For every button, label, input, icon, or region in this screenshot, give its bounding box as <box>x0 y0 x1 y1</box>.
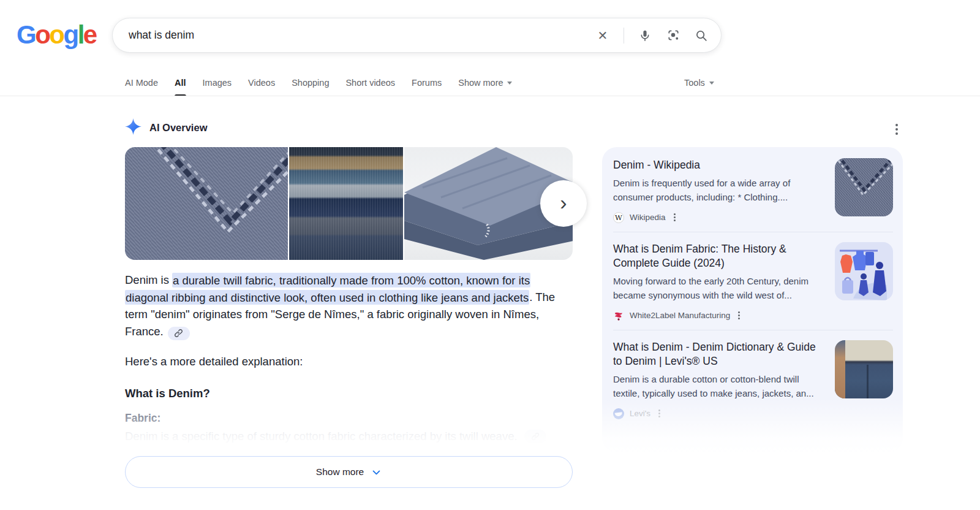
search-bar-divider <box>624 28 624 44</box>
carousel-image-stacked-jeans[interactable] <box>289 147 403 260</box>
tools-button[interactable]: Tools <box>684 69 714 96</box>
link-icon <box>174 329 183 338</box>
carousel-next-button[interactable]: › <box>540 180 587 227</box>
source-name: Levi's <box>630 409 650 418</box>
search-bar[interactable]: ✕ <box>112 18 722 53</box>
related-sources-panel: Denim - Wikipedia Denim is frequently us… <box>602 147 903 452</box>
source-name: Wikipedia <box>630 213 666 222</box>
ai-overview-more-options-icon[interactable] <box>893 121 900 137</box>
ai-overview-image-carousel: › <box>125 147 573 260</box>
tab-shopping[interactable]: Shopping <box>292 69 329 96</box>
ai-overview-title: AI Overview <box>149 122 207 134</box>
card-title[interactable]: What is Denim - Denim Dictionary & Guide… <box>613 340 826 368</box>
card-snippet: Denim is a durable cotton or cotton-blen… <box>613 373 826 400</box>
wikipedia-w-icon: W <box>613 212 624 223</box>
tab-videos[interactable]: Videos <box>248 69 275 96</box>
levis-globe-icon <box>613 408 624 419</box>
card-more-options-icon[interactable] <box>656 407 663 420</box>
carousel-image-denim-pocket[interactable] <box>125 147 288 260</box>
tab-show-more[interactable]: Show more <box>458 69 511 96</box>
ai-overview-header: AI Overview <box>125 118 207 137</box>
card-more-options-icon[interactable] <box>671 211 678 224</box>
search-input[interactable] <box>129 29 595 42</box>
tab-images[interactable]: Images <box>203 69 232 96</box>
clear-search-icon[interactable]: ✕ <box>595 28 610 43</box>
search-result-tabs: AI Mode All Images Videos Shopping Short… <box>125 69 512 96</box>
citation-link-chip[interactable] <box>168 327 190 340</box>
chevron-down-icon <box>507 82 512 85</box>
source-card-wikipedia[interactable]: Denim - Wikipedia Denim is frequently us… <box>602 148 903 232</box>
search-submit-icon[interactable] <box>694 28 709 43</box>
chevron-down-icon <box>371 467 382 478</box>
tab-forums[interactable]: Forums <box>412 69 442 96</box>
source-card-levis[interactable]: What is Denim - Denim Dictionary & Guide… <box>602 330 903 428</box>
google-lens-icon[interactable] <box>666 28 680 43</box>
detail-intro-text: Here's a more detailed explanation: <box>125 355 303 368</box>
ai-overview-paragraph: Denim is a durable twill fabric, traditi… <box>125 272 575 340</box>
section-heading: What is Denim? <box>125 387 210 400</box>
show-more-button[interactable]: Show more <box>125 456 573 488</box>
voice-search-mic-icon[interactable] <box>638 28 652 43</box>
card-title[interactable]: What is Denim Fabric: The History & Comp… <box>613 242 826 270</box>
google-logo[interactable]: Google <box>17 20 96 50</box>
card-thumbnail-person-in-jeans[interactable] <box>835 340 893 398</box>
source-name: White2Label Manufacturing <box>630 311 730 320</box>
chevron-down-icon <box>709 82 714 85</box>
ai-sparkle-icon <box>125 118 141 137</box>
card-title[interactable]: Denim - Wikipedia <box>613 158 826 172</box>
tab-all[interactable]: All <box>175 69 186 96</box>
link-icon <box>531 432 540 441</box>
card-snippet: Moving forward to the early 20th Century… <box>613 275 826 302</box>
citation-link-chip-faded <box>524 430 546 443</box>
sub-heading-fabric: Fabric: <box>125 412 160 425</box>
highlighted-text[interactable]: a durable twill fabric, traditionally ma… <box>125 273 530 305</box>
tab-ai-mode[interactable]: AI Mode <box>125 69 158 96</box>
card-more-options-icon[interactable] <box>736 309 742 322</box>
source-card-white2label[interactable]: What is Denim Fabric: The History & Comp… <box>602 232 903 330</box>
faded-truncated-text: Denim is a specific type of sturdy cotto… <box>125 430 575 443</box>
card-thumbnail-clothing-illustration[interactable] <box>835 242 893 300</box>
white2label-logo-icon <box>613 310 624 321</box>
card-thumbnail-denim-pocket[interactable] <box>835 158 893 216</box>
tabs-divider <box>0 96 980 96</box>
card-snippet: Denim is frequently used for a wide arra… <box>613 177 826 204</box>
tab-short-videos[interactable]: Short videos <box>345 69 395 96</box>
